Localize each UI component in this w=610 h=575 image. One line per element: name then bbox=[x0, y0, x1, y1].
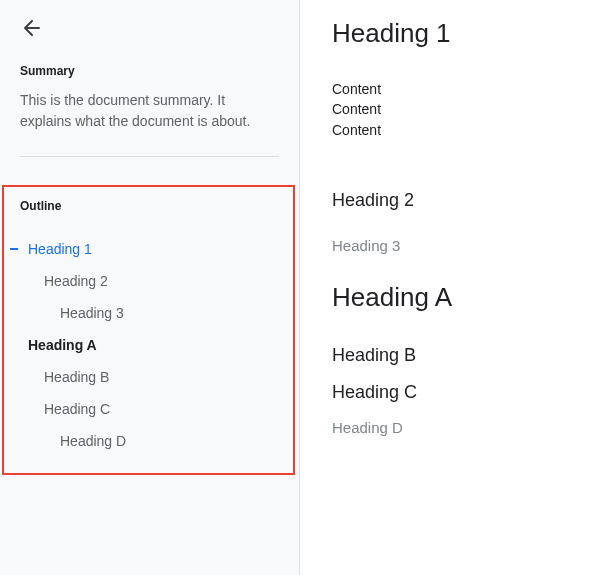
back-arrow-icon[interactable] bbox=[20, 16, 44, 44]
summary-text: This is the document summary. It explain… bbox=[20, 90, 279, 132]
outline-item-heading-c[interactable]: Heading C bbox=[12, 393, 285, 425]
doc-content-text: Content Content Content bbox=[332, 79, 590, 140]
doc-heading-3: Heading 3 bbox=[332, 237, 590, 254]
doc-heading-1: Heading 1 bbox=[332, 18, 590, 49]
summary-label: Summary bbox=[20, 64, 279, 78]
outline-label: Outline bbox=[20, 199, 285, 213]
outline-item-heading-2[interactable]: Heading 2 bbox=[12, 265, 285, 297]
outline-item-heading-3[interactable]: Heading 3 bbox=[12, 297, 285, 329]
outline-section: Outline Heading 1 Heading 2 Heading 3 He… bbox=[2, 185, 295, 475]
doc-heading-a: Heading A bbox=[332, 282, 590, 313]
doc-heading-d: Heading D bbox=[332, 419, 590, 436]
divider bbox=[20, 156, 279, 157]
doc-heading-c: Heading C bbox=[332, 382, 590, 403]
document-content: Heading 1 Content Content Content Headin… bbox=[300, 0, 610, 575]
sidebar: Summary This is the document summary. It… bbox=[0, 0, 300, 575]
outline-item-heading-1[interactable]: Heading 1 bbox=[12, 233, 285, 265]
outline-item-heading-b[interactable]: Heading B bbox=[12, 361, 285, 393]
outline-item-heading-a[interactable]: Heading A bbox=[12, 329, 285, 361]
doc-heading-2: Heading 2 bbox=[332, 190, 590, 211]
doc-heading-b: Heading B bbox=[332, 345, 590, 366]
outline-item-heading-d[interactable]: Heading D bbox=[12, 425, 285, 457]
